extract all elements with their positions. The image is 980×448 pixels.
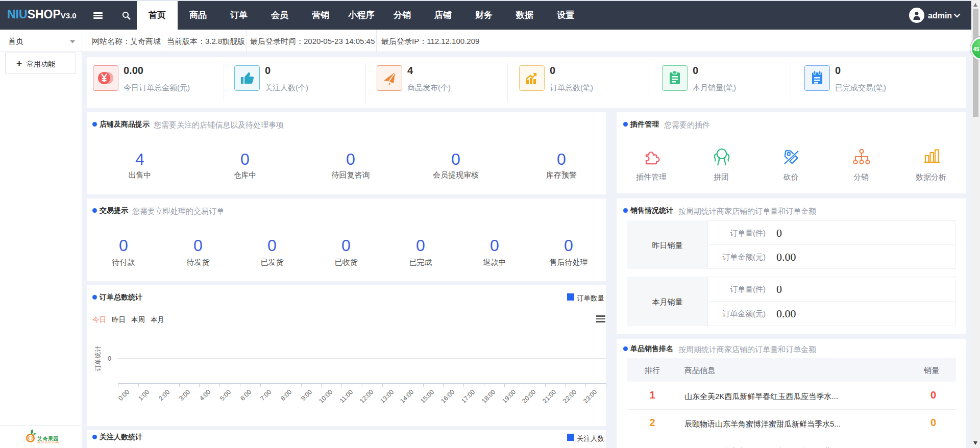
svg-text:艾奇果园: 艾奇果园 xyxy=(37,436,59,441)
svg-text:AI QI GUO YUAN: AI QI GUO YUAN xyxy=(38,441,60,444)
